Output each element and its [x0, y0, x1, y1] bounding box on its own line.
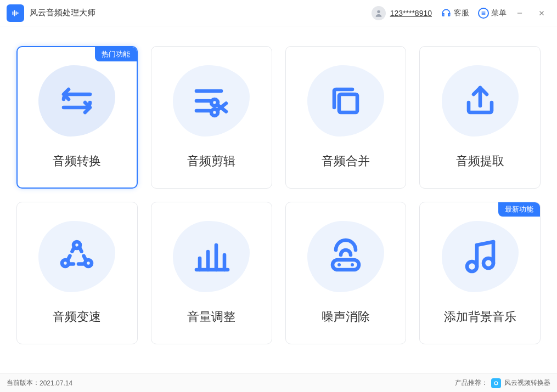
user-account[interactable]: 123****8910 — [372, 6, 432, 20]
titlebar: 风云音频处理大师 123****8910 客服 菜单 — [0, 0, 557, 26]
card-label: 音频提取 — [456, 153, 504, 169]
card-audio-speed[interactable]: 音频变速 — [16, 202, 138, 344]
recommend-product-link[interactable]: 风云视频转换器 — [504, 378, 550, 388]
speed-icon — [38, 221, 115, 292]
menu-button[interactable]: 菜单 — [478, 8, 507, 19]
card-label: 音频剪辑 — [187, 153, 235, 169]
card-label: 音频转换 — [53, 153, 101, 169]
volume-icon — [173, 221, 250, 292]
card-audio-extract[interactable]: 音频提取 — [419, 46, 541, 189]
version-value: 2021.07.14 — [40, 379, 72, 387]
card-volume-adjust[interactable]: 音量调整 — [151, 202, 272, 344]
card-label: 音频合并 — [322, 153, 370, 169]
recommend-product-icon — [491, 378, 501, 388]
footer: 当前版本： 2021.07.14 产品推荐： 风云视频转换器 — [0, 373, 557, 392]
svg-line-35 — [477, 242, 493, 245]
menu-icon — [478, 8, 489, 19]
service-label: 客服 — [454, 8, 469, 18]
card-label: 添加背景音乐 — [444, 309, 516, 325]
ribbon-new: 最新功能 — [498, 202, 540, 217]
card-add-bgm[interactable]: 最新功能 添加背景音乐 — [419, 202, 541, 344]
user-phone: 123****8910 — [390, 9, 432, 18]
merge-icon — [307, 65, 384, 137]
svg-rect-28 — [333, 260, 359, 270]
ribbon-hot: 热门功能 — [95, 47, 137, 61]
app-logo — [7, 4, 24, 22]
svg-point-4 — [377, 10, 380, 13]
card-audio-convert[interactable]: 热门功能 音频转换 — [16, 46, 138, 189]
card-label: 音频变速 — [53, 309, 101, 325]
menu-label: 菜单 — [491, 8, 507, 18]
svg-point-30 — [351, 263, 354, 266]
svg-point-36 — [494, 382, 498, 385]
trim-icon — [173, 65, 250, 137]
convert-icon — [38, 65, 115, 137]
extract-icon — [442, 65, 519, 137]
noise-icon — [307, 221, 384, 292]
music-icon — [442, 221, 519, 292]
svg-rect-18 — [339, 94, 357, 112]
card-label: 音量调整 — [187, 309, 235, 325]
card-audio-merge[interactable]: 音频合并 — [285, 46, 407, 189]
recommend-label: 产品推荐： — [455, 378, 488, 388]
card-label: 噪声消除 — [322, 309, 370, 325]
main-content: 热门功能 音频转换 音频剪辑 — [0, 26, 557, 373]
close-button[interactable] — [533, 4, 550, 22]
app-title: 风云音频处理大师 — [30, 8, 95, 18]
card-noise-remove[interactable]: 噪声消除 — [285, 202, 407, 344]
svg-point-29 — [337, 263, 341, 266]
customer-service-button[interactable]: 客服 — [441, 8, 469, 19]
feature-grid: 热门功能 音频转换 音频剪辑 — [16, 46, 541, 344]
card-audio-trim[interactable]: 音频剪辑 — [151, 46, 272, 189]
headset-icon — [441, 8, 452, 19]
version-label: 当前版本： — [7, 378, 40, 388]
minimize-button[interactable] — [511, 4, 528, 22]
avatar-icon — [372, 6, 386, 20]
